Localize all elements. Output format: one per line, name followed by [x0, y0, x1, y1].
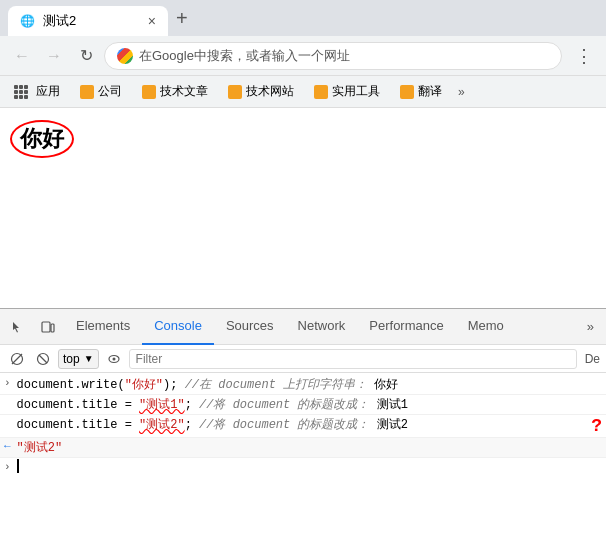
tab-close-button[interactable]: × — [148, 13, 156, 29]
bookmark-tech-sites-label: 技术网站 — [246, 83, 294, 100]
back-button[interactable]: ← — [8, 42, 36, 70]
code-line-1: document.write("你好"); //在 document 上打印字符… — [17, 376, 602, 393]
tab-console[interactable]: Console — [142, 309, 214, 345]
console-toolbar: top ▼ De — [0, 345, 606, 373]
tab-memory[interactable]: Memo — [456, 309, 516, 345]
folder-icon-5 — [400, 85, 414, 99]
default-levels-text: De — [585, 352, 600, 366]
text-cursor — [17, 459, 19, 473]
console-output-line: ← "测试2" — [0, 438, 606, 458]
browser-tab[interactable]: 🌐 测试2 × — [8, 6, 168, 36]
code-line-2: document.title = "测试1"; //将 document 的标题… — [17, 396, 602, 413]
nav-bar: ← → ↻ 在Google中搜索，或者输入一个网址 ⋮ — [0, 36, 606, 76]
input-arrow-icon: › — [4, 461, 11, 473]
chevron-down-icon: ▼ — [84, 353, 94, 364]
output-arrow-icon: ← — [4, 440, 11, 452]
tab-performance[interactable]: Performance — [357, 309, 455, 345]
folder-icon-2 — [142, 85, 156, 99]
bookmark-company-label: 公司 — [98, 83, 122, 100]
more-bookmarks-icon[interactable]: » — [458, 85, 465, 99]
folder-icon-3 — [228, 85, 242, 99]
svg-line-5 — [39, 355, 47, 363]
question-mark-icon: ? — [591, 416, 602, 436]
console-line-2: › document.title = "测试1"; //将 document 的… — [0, 395, 606, 415]
address-bar[interactable]: 在Google中搜索，或者输入一个网址 — [104, 42, 562, 70]
arrow-icon-1: › — [4, 377, 11, 389]
hello-text: 你好 — [10, 120, 74, 158]
ban-icon — [36, 352, 50, 366]
ban-button[interactable] — [32, 348, 54, 370]
console-output: › document.write("你好"); //在 document 上打印… — [0, 373, 606, 518]
bookmark-tech-articles-label: 技术文章 — [160, 83, 208, 100]
context-value: top — [63, 352, 80, 366]
device-icon — [41, 320, 55, 334]
clear-icon — [10, 352, 24, 366]
bookmark-translate-label: 翻译 — [418, 83, 442, 100]
bookmark-translate[interactable]: 翻译 — [394, 81, 448, 102]
console-line-3: › document.title = "测试2"; //将 document 的… — [0, 415, 606, 438]
devtools-tabs: Elements Console Sources Network Perform… — [0, 309, 606, 345]
google-icon — [117, 48, 133, 64]
svg-rect-0 — [42, 322, 50, 332]
device-toggle-button[interactable] — [34, 313, 62, 341]
tab-title: 测试2 — [43, 12, 76, 30]
bookmark-tools[interactable]: 实用工具 — [308, 81, 386, 102]
more-tabs-button[interactable]: » — [579, 313, 602, 340]
bookmark-company[interactable]: 公司 — [74, 81, 128, 102]
eye-button[interactable] — [103, 348, 125, 370]
page-content: 你好 — [0, 108, 606, 308]
bookmark-apps-label: 应用 — [36, 83, 60, 100]
bookmarks-bar: 应用 公司 技术文章 技术网站 实用工具 翻译 » — [0, 76, 606, 108]
clear-console-button[interactable] — [6, 348, 28, 370]
devtools-panel: Elements Console Sources Network Perform… — [0, 308, 606, 518]
bookmark-tools-label: 实用工具 — [332, 83, 380, 100]
svg-rect-1 — [51, 324, 54, 332]
folder-icon-4 — [314, 85, 328, 99]
svg-point-7 — [112, 357, 115, 360]
cursor-icon — [11, 320, 25, 334]
context-selector[interactable]: top ▼ — [58, 349, 99, 369]
forward-button[interactable]: → — [40, 42, 68, 70]
tab-sources[interactable]: Sources — [214, 309, 286, 345]
new-tab-button[interactable]: + — [176, 8, 188, 28]
output-value: "测试2" — [17, 439, 602, 456]
filter-input[interactable] — [129, 349, 577, 369]
eye-icon — [107, 352, 121, 366]
tab-network[interactable]: Network — [286, 309, 358, 345]
menu-button[interactable]: ⋮ — [570, 42, 598, 70]
code-line-3: document.title = "测试2"; //将 document 的标题… — [17, 416, 588, 433]
apps-icon — [14, 85, 28, 99]
title-bar: 🌐 测试2 × + — [0, 0, 606, 36]
inspect-element-button[interactable] — [4, 313, 32, 341]
address-text: 在Google中搜索，或者输入一个网址 — [139, 47, 350, 65]
bookmark-apps[interactable]: 应用 — [8, 81, 66, 102]
console-line-1: › document.write("你好"); //在 document 上打印… — [0, 375, 606, 395]
folder-icon — [80, 85, 94, 99]
tab-elements[interactable]: Elements — [64, 309, 142, 345]
bookmark-tech-sites[interactable]: 技术网站 — [222, 81, 300, 102]
console-input-line[interactable]: › — [0, 458, 606, 474]
reload-button[interactable]: ↻ — [72, 42, 100, 70]
bookmark-tech-articles[interactable]: 技术文章 — [136, 81, 214, 102]
